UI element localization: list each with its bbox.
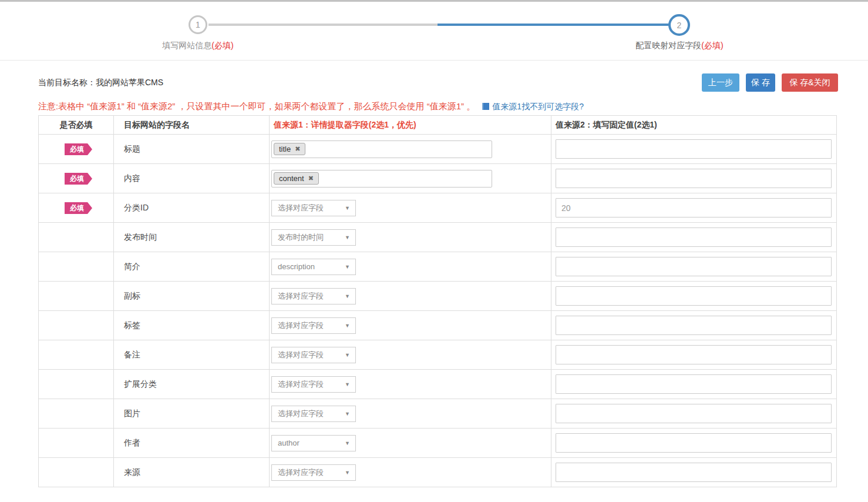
remove-tag-icon[interactable]: ✖	[308, 175, 314, 182]
field-name-label: 简介	[114, 252, 270, 282]
required-cell	[39, 252, 114, 282]
chevron-down-icon: ▼	[345, 205, 350, 211]
fixed-value-input[interactable]	[556, 374, 832, 394]
source1-cell: 选择对应字段▼	[270, 282, 551, 311]
fixed-value-input[interactable]	[556, 433, 832, 453]
chevron-down-icon: ▼	[345, 293, 350, 299]
step-1-label: 填写网站信息(必填)	[127, 41, 268, 51]
extractor-field-select[interactable]: 选择对应字段▼	[271, 376, 356, 393]
fixed-value-input[interactable]	[556, 198, 832, 217]
table-row: 备注选择对应字段▼	[39, 340, 837, 370]
required-cell	[39, 399, 114, 429]
source2-cell	[551, 370, 837, 399]
step-1-circle: 1	[189, 15, 207, 34]
source1-cell: content✖	[270, 164, 551, 193]
extractor-field-select[interactable]: 发布时的时间▼	[271, 229, 356, 246]
extractor-field-select[interactable]: author▼	[271, 435, 356, 451]
field-mapping-table: 是否必填 目标网站的字段名 值来源1：详情提取器字段(2选1，优先) 值来源2：…	[38, 115, 837, 487]
save-and-close-button[interactable]: 保 存&关闭	[782, 73, 838, 92]
required-cell	[39, 340, 114, 370]
field-name-label: 作者	[114, 429, 270, 458]
field-name-label: 扩展分类	[114, 370, 270, 399]
table-body: 必填标题title✖必填内容content✖必填分类ID选择对应字段▼发布时间发…	[39, 135, 837, 487]
extractor-field-select[interactable]: 选择对应字段▼	[271, 200, 356, 216]
fixed-value-input[interactable]	[556, 257, 832, 276]
select-value: 选择对应字段	[278, 350, 324, 360]
table-row: 简介description▼	[39, 252, 837, 282]
source2-cell	[551, 429, 837, 458]
remove-tag-icon[interactable]: ✖	[295, 145, 300, 153]
source1-cell: 选择对应字段▼	[270, 370, 551, 399]
save-button[interactable]: 保 存	[746, 73, 775, 92]
fixed-value-input[interactable]	[556, 316, 832, 335]
fixed-value-input[interactable]	[556, 404, 832, 423]
fixed-value-input[interactable]	[556, 227, 832, 247]
extractor-field-tags-input[interactable]: content✖	[271, 170, 492, 188]
required-cell	[39, 370, 114, 399]
select-value: description	[278, 262, 315, 271]
fixed-value-input[interactable]	[556, 286, 832, 306]
column-header-fieldname: 目标网站的字段名	[114, 116, 270, 135]
required-cell	[39, 223, 114, 252]
fixed-value-input[interactable]	[556, 463, 832, 482]
extractor-field-select[interactable]: 选择对应字段▼	[271, 464, 356, 481]
select-value: 选择对应字段	[278, 203, 324, 213]
select-value: 发布时的时间	[278, 232, 324, 243]
fixed-value-input[interactable]	[556, 345, 832, 364]
required-cell: 必填	[39, 193, 114, 223]
select-value: 选择对应字段	[278, 379, 324, 390]
field-name-label: 标签	[114, 311, 270, 340]
table-row: 必填内容content✖	[39, 164, 837, 193]
notice-bar: 注意:表格中 “值来源1” 和 “值来源2” ，只设置其中一个即可，如果两个都设…	[38, 101, 838, 112]
chevron-down-icon: ▼	[345, 235, 350, 240]
field-name-label: 副标	[114, 282, 270, 311]
chevron-down-icon: ▼	[345, 352, 350, 358]
fixed-value-input[interactable]	[556, 169, 832, 188]
fixed-value-input[interactable]	[556, 139, 832, 159]
required-cell: 必填	[39, 164, 114, 193]
source1-cell: 选择对应字段▼	[270, 193, 551, 223]
required-badge: 必填	[65, 143, 88, 155]
table-row: 必填标题title✖	[39, 135, 837, 164]
step-2-number: 2	[677, 21, 682, 30]
extractor-field-select[interactable]: 选择对应字段▼	[271, 347, 356, 363]
help-link-text: 值来源1找不到可选字段?	[492, 102, 584, 111]
required-cell	[39, 282, 114, 311]
required-cell	[39, 311, 114, 340]
extractor-field-select[interactable]: 选择对应字段▼	[271, 288, 356, 304]
required-cell	[39, 458, 114, 487]
stepper-line-active	[438, 24, 669, 26]
source2-cell	[551, 223, 837, 252]
select-value: author	[278, 439, 300, 447]
required-badge: 必填	[65, 173, 88, 185]
field-name-label: 图片	[114, 399, 270, 429]
step-2-circle: 2	[668, 14, 690, 36]
source1-help-link[interactable]: 值来源1找不到可选字段?	[482, 102, 584, 111]
source2-cell	[551, 311, 837, 340]
table-row: 发布时间发布时的时间▼	[39, 223, 837, 252]
source1-cell: description▼	[270, 252, 551, 282]
select-value: 选择对应字段	[278, 320, 324, 331]
previous-step-button[interactable]: 上一步	[702, 73, 739, 92]
extractor-field-select[interactable]: 选择对应字段▼	[271, 406, 356, 422]
source1-cell: 发布时的时间▼	[270, 223, 551, 252]
current-target-name: 当前目标名称：我的网站苹果CMS	[38, 78, 163, 88]
step-1-required: (必填)	[211, 41, 233, 50]
required-cell	[39, 429, 114, 458]
column-header-required: 是否必填	[39, 116, 114, 135]
select-value: 选择对应字段	[278, 409, 324, 419]
selected-field-tag: title✖	[274, 143, 305, 155]
toolbar: 当前目标名称：我的网站苹果CMS 上一步 保 存 保 存&关闭	[38, 73, 838, 92]
field-name-label: 来源	[114, 458, 270, 487]
notice-text: 注意:表格中 “值来源1” 和 “值来源2” ，只设置其中一个即可，如果两个都设…	[38, 101, 475, 111]
selected-field-tag: content✖	[274, 172, 319, 185]
table-row: 必填分类ID选择对应字段▼	[39, 193, 837, 223]
extractor-field-tags-input[interactable]: title✖	[271, 140, 492, 158]
select-value: 选择对应字段	[278, 467, 324, 478]
column-header-source1: 值来源1：详情提取器字段(2选1，优先)	[270, 116, 551, 135]
step-1-title: 填写网站信息	[162, 41, 211, 50]
extractor-field-select[interactable]: 选择对应字段▼	[271, 317, 356, 334]
select-value: 选择对应字段	[278, 291, 324, 302]
extractor-field-select[interactable]: description▼	[271, 259, 356, 275]
chevron-down-icon: ▼	[345, 323, 350, 329]
